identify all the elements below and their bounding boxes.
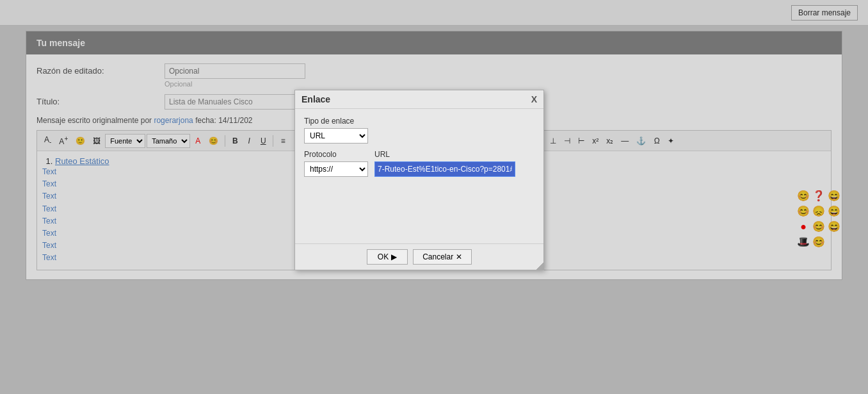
tipo-enlace-select[interactable]: URL Correo electrónico bbox=[304, 128, 368, 144]
url-input[interactable] bbox=[374, 161, 515, 177]
enlace-dialog: Enlace X Tipo de enlace URL Correo elect… bbox=[294, 90, 544, 270]
dialog-spacer bbox=[304, 185, 534, 236]
dialog-cancel-button[interactable]: Cancelar ✕ bbox=[413, 249, 472, 265]
dialog-overlay: Enlace X Tipo de enlace URL Correo elect… bbox=[0, 0, 868, 394]
dialog-close-button[interactable]: X bbox=[531, 94, 537, 104]
protocolo-label: Protocolo bbox=[304, 150, 368, 159]
tipo-enlace-label: Tipo de enlace bbox=[304, 117, 534, 126]
url-label: URL bbox=[374, 150, 515, 159]
protocolo-select[interactable]: https:// http:// ftp:// bbox=[304, 161, 368, 177]
cancel-x-icon: ✕ bbox=[456, 252, 462, 261]
url-col: URL bbox=[374, 150, 515, 177]
ok-arrow-icon: ▶ bbox=[391, 252, 397, 261]
protocolo-col: Protocolo https:// http:// ftp:// bbox=[304, 150, 368, 177]
tipo-enlace-section: Tipo de enlace URL Correo electrónico bbox=[304, 117, 534, 144]
dialog-title: Enlace bbox=[301, 94, 330, 104]
dialog-body: Tipo de enlace URL Correo electrónico Pr… bbox=[295, 109, 543, 243]
dialog-footer: OK ▶ Cancelar ✕ bbox=[295, 243, 543, 270]
dialog-ok-button[interactable]: OK ▶ bbox=[367, 249, 408, 265]
dialog-title-bar: Enlace X bbox=[295, 90, 543, 109]
protocolo-url-row: Protocolo https:// http:// ftp:// URL bbox=[304, 150, 534, 177]
resize-handle[interactable] bbox=[536, 262, 543, 270]
